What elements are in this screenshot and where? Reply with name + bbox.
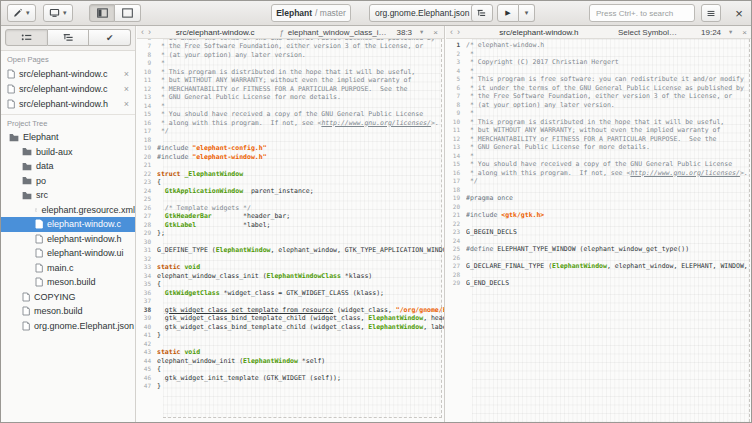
close-page-icon[interactable]: × [124,69,129,79]
code-line: 39 gtk_widget_class_bind_template_child … [137,314,444,323]
code-line: 36 GtkWidgetClass *widget_class = GTK_WI… [137,289,444,298]
cursor-position[interactable]: 38:3 [396,28,412,37]
toggle-bottom-panel-button[interactable] [115,4,141,22]
cursor-position[interactable]: 19:24 [701,28,721,37]
line-number: 21 [137,161,157,170]
code-line: 7 * the Free Software Foundation, either… [137,42,444,51]
line-number: 36 [137,289,157,298]
line-number: 42 [137,340,157,349]
perspective-selector-button[interactable]: ▾ [7,4,36,22]
code-line: 4 * [446,67,752,76]
close-page-icon[interactable]: × [742,28,747,37]
open-page-item[interactable]: src/elephant-window.c× [1,81,135,96]
omnibar[interactable]: Elephant / master [271,4,351,22]
window-close-button[interactable]: × [729,3,749,23]
line-number: 3 [446,58,466,67]
run-icon: ▶ [505,9,510,17]
line-number: 9 [446,109,466,118]
tree-item[interactable]: meson.build [1,275,135,290]
forward-icon[interactable]: › [457,28,460,37]
pages-list-icon [21,33,32,42]
open-page-label: src/elephant-window.h [19,99,108,109]
tree-item[interactable]: elephant.gresource.xml [1,203,135,218]
line-number: 44 [137,357,157,366]
close-icon: × [735,6,743,21]
tree-item[interactable]: org.gnome.Elephant.json [1,319,135,334]
folder-icon [9,133,19,142]
tree-item[interactable]: elephant-window.c [1,217,135,232]
line-number: 11 [137,76,157,85]
line-number: 5 [446,75,466,84]
code-line: 29}; [137,229,444,238]
close-page-icon[interactable]: × [124,99,129,109]
tree-item[interactable]: elephant-window.h [1,232,135,247]
tree-item[interactable]: po [1,174,135,189]
file-path[interactable]: src/elephant-window.h [464,28,614,37]
hamburger-icon [707,9,715,18]
tree-item[interactable]: COPYING [1,290,135,305]
open-page-item[interactable]: src/elephant-window.c× [1,66,135,81]
editor-pane-right: ‹ › src/elephant-window.h Select Symbol…… [446,26,752,422]
line-number: 14 [446,152,466,161]
open-page-item[interactable]: src/elephant-window.h× [1,96,135,111]
open-pages-list: src/elephant-window.c×src/elephant-windo… [1,66,135,115]
run-options-button[interactable]: ▾ [519,4,535,22]
tree-item[interactable]: Elephant [1,130,135,145]
device-selector-button[interactable]: ▾ [43,4,73,22]
run-button[interactable]: ▶ [497,4,519,22]
menu-button[interactable] [701,4,721,22]
symbol-selector[interactable]: Select Symbol… [618,28,677,37]
tree-item[interactable]: data [1,159,135,174]
line-number: 19 [446,194,466,203]
file-path[interactable]: src/elephant-window.c [155,28,275,37]
line-number: 8 [137,51,157,60]
tree-item[interactable]: elephant-window.ui [1,246,135,261]
tree-item[interactable]: build-aux [1,145,135,160]
tree-item[interactable]: meson.build [1,304,135,319]
forward-icon[interactable]: › [148,28,151,37]
tree-item-label: po [36,176,46,186]
build-button[interactable] [471,4,493,22]
code-line: 7 * the Free Software Foundation, either… [446,92,752,101]
close-page-icon[interactable]: × [124,84,129,94]
close-page-icon[interactable]: × [433,28,438,37]
build-target-button[interactable]: org.gnome.Elephant.json [369,4,476,22]
code-line: 22struct _ElephantWindow [137,170,444,179]
sidebar: ✔ Open Pages src/elephant-window.c×src/e… [1,26,136,422]
source-editor[interactable]: 6 * it under the terms of the GNU Genera… [137,39,444,422]
symbol-selector[interactable]: elephant_window_class_i… [288,28,387,37]
pencil-icon [13,8,23,18]
tree-item-label: Elephant [23,132,59,142]
line-number: 14 [137,102,157,111]
toggle-left-panel-button[interactable] [89,4,115,22]
code-line: 16 * along with this program. If not, se… [446,169,752,178]
code-line: 43static void [137,348,444,357]
chevron-down-icon[interactable]: ▾ [729,28,732,36]
tree-item[interactable]: main.c [1,261,135,276]
tree-item-label: src [36,190,48,200]
tree-item[interactable]: src [1,188,135,203]
tree-item-label: meson.build [34,306,83,316]
project-tree-header: Project Tree [1,115,135,130]
code-line: 25 [137,195,444,204]
code-line: 30 [137,238,444,247]
file-icon [35,234,43,244]
folder-icon [22,176,32,185]
chevron-down-icon[interactable]: ▾ [420,28,423,36]
tab-project-tree[interactable] [48,29,90,46]
project-tree: Elephantbuild-auxdataposrcelephant.greso… [1,130,135,333]
sidebar-tabs: ✔ [1,26,135,51]
line-number: 23 [446,228,466,237]
source-editor[interactable]: 1/* elephant-window.h2 *3 * Copyright (C… [446,39,752,422]
code-line: 13 * GNU General Public License for more… [137,93,444,102]
code-line: 38 gtk_widget_class_set_template_from_re… [137,306,444,315]
back-icon[interactable]: ‹ [141,28,144,37]
line-number: 20 [446,203,466,212]
code-line: 21 [137,161,444,170]
tab-open-pages[interactable] [5,29,48,46]
folder-icon [22,191,32,200]
search-input[interactable] [589,4,695,22]
tab-todo[interactable]: ✔ [89,29,131,46]
back-icon[interactable]: ‹ [450,28,453,37]
line-number: 13 [446,143,466,152]
